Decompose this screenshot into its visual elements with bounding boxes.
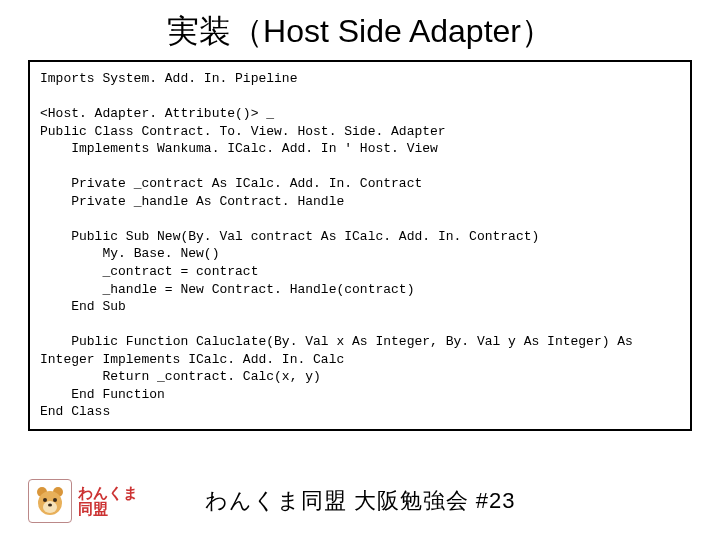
svg-point-5 bbox=[53, 498, 57, 502]
svg-point-4 bbox=[43, 498, 47, 502]
slide-title: 実装（Host Side Adapter） bbox=[0, 0, 720, 60]
svg-point-3 bbox=[43, 501, 57, 513]
code-block: Imports System. Add. In. Pipeline <Host.… bbox=[28, 60, 692, 431]
logo: わんくま 同盟 bbox=[28, 479, 138, 523]
bear-icon bbox=[28, 479, 72, 523]
svg-point-6 bbox=[48, 504, 52, 507]
slide: 実装（Host Side Adapter） Imports System. Ad… bbox=[0, 0, 720, 540]
logo-line2: 同盟 bbox=[78, 501, 138, 518]
logo-line1: わんくま bbox=[78, 485, 138, 502]
footer-text: わんくま同盟 大阪勉強会 #23 bbox=[205, 486, 516, 516]
logo-text: わんくま 同盟 bbox=[78, 485, 138, 518]
footer: わんくま 同盟 わんくま同盟 大阪勉強会 #23 bbox=[28, 476, 692, 526]
